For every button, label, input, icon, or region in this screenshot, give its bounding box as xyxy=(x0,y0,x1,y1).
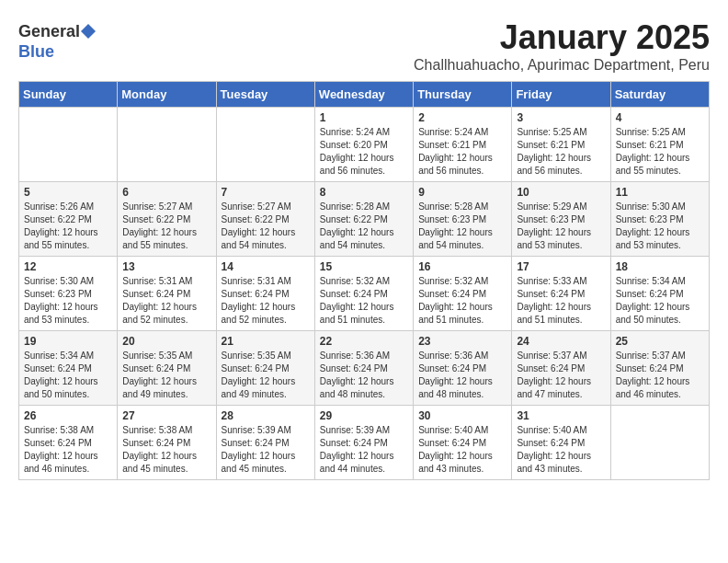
weekday-header: Thursday xyxy=(414,82,512,108)
weekday-header: Sunday xyxy=(19,82,118,108)
calendar-cell: 30Sunrise: 5:40 AM Sunset: 6:24 PM Dayli… xyxy=(414,406,512,480)
calendar-cell: 15Sunrise: 5:32 AM Sunset: 6:24 PM Dayli… xyxy=(314,257,413,331)
calendar-cell: 31Sunrise: 5:40 AM Sunset: 6:24 PM Dayli… xyxy=(512,406,610,480)
calendar-week-row: 1Sunrise: 5:24 AM Sunset: 6:20 PM Daylig… xyxy=(19,108,710,182)
day-number: 8 xyxy=(320,186,408,199)
logo-icon xyxy=(81,24,96,42)
day-info: Sunrise: 5:31 AM Sunset: 6:24 PM Dayligh… xyxy=(222,275,310,327)
calendar-cell: 7Sunrise: 5:27 AM Sunset: 6:22 PM Daylig… xyxy=(216,182,314,257)
logo: GeneralBlue xyxy=(18,22,97,62)
day-number: 12 xyxy=(24,260,112,273)
logo-blue: Blue xyxy=(18,42,54,61)
day-number: 24 xyxy=(517,335,605,348)
weekday-header: Saturday xyxy=(610,82,709,108)
calendar-cell: 5Sunrise: 5:26 AM Sunset: 6:22 PM Daylig… xyxy=(19,182,118,257)
day-info: Sunrise: 5:32 AM Sunset: 6:24 PM Dayligh… xyxy=(418,275,506,327)
calendar-cell: 26Sunrise: 5:38 AM Sunset: 6:24 PM Dayli… xyxy=(19,406,118,480)
weekday-header: Friday xyxy=(512,82,610,108)
calendar-cell: 23Sunrise: 5:36 AM Sunset: 6:24 PM Dayli… xyxy=(414,331,512,406)
day-number: 31 xyxy=(517,409,605,422)
day-info: Sunrise: 5:37 AM Sunset: 6:24 PM Dayligh… xyxy=(517,350,605,401)
calendar-cell xyxy=(19,108,118,182)
day-info: Sunrise: 5:35 AM Sunset: 6:24 PM Dayligh… xyxy=(122,350,210,401)
day-info: Sunrise: 5:31 AM Sunset: 6:24 PM Dayligh… xyxy=(122,275,210,327)
day-number: 17 xyxy=(517,260,605,273)
day-info: Sunrise: 5:25 AM Sunset: 6:21 PM Dayligh… xyxy=(616,126,704,178)
calendar-week-row: 19Sunrise: 5:34 AM Sunset: 6:24 PM Dayli… xyxy=(19,331,710,406)
calendar-cell: 12Sunrise: 5:30 AM Sunset: 6:23 PM Dayli… xyxy=(19,257,118,331)
svg-marker-0 xyxy=(81,24,96,39)
calendar-cell xyxy=(610,406,709,480)
calendar-cell: 21Sunrise: 5:35 AM Sunset: 6:24 PM Dayli… xyxy=(216,331,314,406)
day-number: 13 xyxy=(122,260,210,273)
day-number: 19 xyxy=(24,335,112,348)
day-number: 16 xyxy=(418,260,506,273)
day-info: Sunrise: 5:38 AM Sunset: 6:24 PM Dayligh… xyxy=(24,424,112,476)
day-number: 9 xyxy=(418,186,506,199)
day-info: Sunrise: 5:38 AM Sunset: 6:24 PM Dayligh… xyxy=(122,424,210,476)
calendar-cell: 29Sunrise: 5:39 AM Sunset: 6:24 PM Dayli… xyxy=(314,406,413,480)
weekday-header: Monday xyxy=(118,82,216,108)
day-info: Sunrise: 5:40 AM Sunset: 6:24 PM Dayligh… xyxy=(517,424,605,476)
day-info: Sunrise: 5:36 AM Sunset: 6:24 PM Dayligh… xyxy=(320,350,408,401)
logo-general: General xyxy=(18,22,80,40)
calendar-cell xyxy=(216,108,314,182)
calendar-week-row: 12Sunrise: 5:30 AM Sunset: 6:23 PM Dayli… xyxy=(19,257,710,331)
day-info: Sunrise: 5:39 AM Sunset: 6:24 PM Dayligh… xyxy=(222,424,310,476)
day-info: Sunrise: 5:30 AM Sunset: 6:23 PM Dayligh… xyxy=(24,275,112,327)
calendar-cell: 27Sunrise: 5:38 AM Sunset: 6:24 PM Dayli… xyxy=(118,406,216,480)
day-number: 4 xyxy=(616,111,704,124)
day-number: 30 xyxy=(418,409,506,422)
day-number: 23 xyxy=(418,335,506,348)
calendar-week-row: 5Sunrise: 5:26 AM Sunset: 6:22 PM Daylig… xyxy=(19,182,710,257)
day-info: Sunrise: 5:24 AM Sunset: 6:21 PM Dayligh… xyxy=(418,126,506,178)
day-info: Sunrise: 5:33 AM Sunset: 6:24 PM Dayligh… xyxy=(517,275,605,327)
day-number: 25 xyxy=(616,335,704,348)
day-number: 21 xyxy=(222,335,310,348)
calendar-cell: 24Sunrise: 5:37 AM Sunset: 6:24 PM Dayli… xyxy=(512,331,610,406)
calendar-cell: 1Sunrise: 5:24 AM Sunset: 6:20 PM Daylig… xyxy=(314,108,413,182)
day-info: Sunrise: 5:36 AM Sunset: 6:24 PM Dayligh… xyxy=(418,350,506,401)
calendar-cell: 25Sunrise: 5:37 AM Sunset: 6:24 PM Dayli… xyxy=(610,331,709,406)
day-info: Sunrise: 5:27 AM Sunset: 6:22 PM Dayligh… xyxy=(222,201,310,252)
calendar-cell: 8Sunrise: 5:28 AM Sunset: 6:22 PM Daylig… xyxy=(314,182,413,257)
calendar-cell: 4Sunrise: 5:25 AM Sunset: 6:21 PM Daylig… xyxy=(610,108,709,182)
day-info: Sunrise: 5:27 AM Sunset: 6:22 PM Dayligh… xyxy=(122,201,210,252)
calendar-cell: 14Sunrise: 5:31 AM Sunset: 6:24 PM Dayli… xyxy=(216,257,314,331)
day-info: Sunrise: 5:25 AM Sunset: 6:21 PM Dayligh… xyxy=(517,126,605,178)
day-number: 15 xyxy=(320,260,408,273)
day-number: 5 xyxy=(24,186,112,199)
day-number: 11 xyxy=(616,186,704,199)
calendar-cell: 13Sunrise: 5:31 AM Sunset: 6:24 PM Dayli… xyxy=(118,257,216,331)
calendar-cell: 20Sunrise: 5:35 AM Sunset: 6:24 PM Dayli… xyxy=(118,331,216,406)
calendar-cell: 18Sunrise: 5:34 AM Sunset: 6:24 PM Dayli… xyxy=(610,257,709,331)
day-info: Sunrise: 5:28 AM Sunset: 6:22 PM Dayligh… xyxy=(320,201,408,252)
calendar-cell: 11Sunrise: 5:30 AM Sunset: 6:23 PM Dayli… xyxy=(610,182,709,257)
day-number: 22 xyxy=(320,335,408,348)
page-header: January 2025 Challhuahuacho, Apurimac De… xyxy=(18,18,710,74)
calendar-cell: 10Sunrise: 5:29 AM Sunset: 6:23 PM Dayli… xyxy=(512,182,610,257)
calendar-cell: 2Sunrise: 5:24 AM Sunset: 6:21 PM Daylig… xyxy=(414,108,512,182)
calendar-cell: 6Sunrise: 5:27 AM Sunset: 6:22 PM Daylig… xyxy=(118,182,216,257)
calendar-cell: 17Sunrise: 5:33 AM Sunset: 6:24 PM Dayli… xyxy=(512,257,610,331)
day-number: 3 xyxy=(517,111,605,124)
day-number: 10 xyxy=(517,186,605,199)
day-number: 20 xyxy=(122,335,210,348)
calendar-cell: 22Sunrise: 5:36 AM Sunset: 6:24 PM Dayli… xyxy=(314,331,413,406)
day-info: Sunrise: 5:35 AM Sunset: 6:24 PM Dayligh… xyxy=(222,350,310,401)
day-info: Sunrise: 5:34 AM Sunset: 6:24 PM Dayligh… xyxy=(616,275,704,327)
weekday-header-row: SundayMondayTuesdayWednesdayThursdayFrid… xyxy=(19,82,710,108)
day-info: Sunrise: 5:34 AM Sunset: 6:24 PM Dayligh… xyxy=(24,350,112,401)
day-number: 1 xyxy=(320,111,408,124)
day-number: 2 xyxy=(418,111,506,124)
day-info: Sunrise: 5:40 AM Sunset: 6:24 PM Dayligh… xyxy=(418,424,506,476)
weekday-header: Wednesday xyxy=(314,82,413,108)
calendar-cell xyxy=(118,108,216,182)
calendar-cell: 19Sunrise: 5:34 AM Sunset: 6:24 PM Dayli… xyxy=(19,331,118,406)
day-number: 18 xyxy=(616,260,704,273)
calendar-cell: 3Sunrise: 5:25 AM Sunset: 6:21 PM Daylig… xyxy=(512,108,610,182)
day-number: 14 xyxy=(222,260,310,273)
page-subtitle: Challhuahuacho, Apurimac Department, Per… xyxy=(18,57,710,74)
day-number: 26 xyxy=(24,409,112,422)
weekday-header: Tuesday xyxy=(216,82,314,108)
